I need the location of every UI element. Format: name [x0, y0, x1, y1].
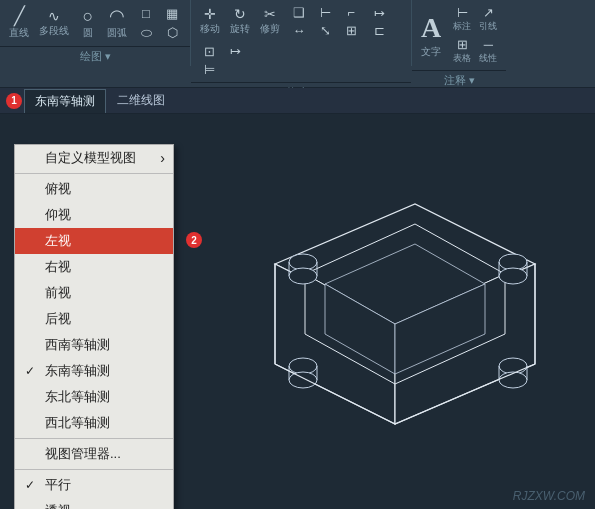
svg-point-20 — [289, 372, 317, 388]
arc-icon: ◠ — [109, 7, 125, 25]
extend-tool[interactable]: ↦ — [367, 5, 391, 22]
rotate-tool[interactable]: ↻ 旋转 — [227, 5, 253, 38]
dimension-tool[interactable]: ⊢ 标注 — [450, 4, 474, 34]
arc-tool[interactable]: ◠ 圆弧 — [104, 5, 130, 42]
svg-point-24 — [499, 372, 527, 388]
view-front[interactable]: 前视 — [15, 280, 173, 306]
move-icon: ✛ — [204, 7, 216, 21]
toolbar: ╱ 直线 ∿ 多段线 ○ 圆 ◠ 圆弧 □ ▦ — [0, 0, 595, 88]
main-area: 自定义模型视图 俯视 仰视 左视 右视 前视 后视 西南等轴测 东南等轴测 东北… — [0, 114, 595, 509]
view-se-iso[interactable]: 东南等轴测 — [15, 358, 173, 384]
view-back[interactable]: 后视 — [15, 306, 173, 332]
circle-tool[interactable]: ○ 圆 — [76, 5, 100, 42]
ellipse-tool[interactable]: ⬭ — [134, 24, 158, 42]
custom-view-item[interactable]: 自定义模型视图 — [15, 145, 173, 171]
annotation-section: A 文字 ⊢ 标注 ↗ 引线 — [412, 0, 506, 66]
view-ne-iso[interactable]: 东北等轴测 — [15, 384, 173, 410]
svg-point-12 — [289, 268, 317, 284]
rect-tool[interactable]: □ — [134, 5, 158, 22]
text-icon: A — [421, 12, 441, 44]
rotate-icon: ↻ — [234, 7, 246, 21]
badge-1: 1 — [6, 93, 22, 109]
tab-2d-view[interactable]: 二维线图 — [106, 88, 176, 113]
dimension-icon: ⊢ — [457, 5, 468, 20]
fillet-tool[interactable]: ⌐ — [339, 4, 363, 21]
scale-tool[interactable]: ⤡ — [313, 22, 337, 39]
move-tool[interactable]: ✛ 移动 — [197, 5, 223, 38]
watermark: RJZXW.COM — [513, 489, 585, 503]
view-sw-iso[interactable]: 西南等轴测 — [15, 332, 173, 358]
tab-3d-view[interactable]: 东南等轴测 — [24, 89, 106, 113]
offset-tool[interactable]: ⊏ — [367, 22, 391, 39]
badge-2: 2 — [186, 232, 202, 248]
isometric-drawing — [215, 134, 585, 494]
view-top[interactable]: 俯视 — [15, 176, 173, 202]
draw-dropdown-icon: ▾ — [105, 50, 111, 63]
text-tool[interactable]: A 文字 — [418, 10, 444, 61]
copy-sub2[interactable]: ↦ — [223, 43, 247, 60]
hatch-tool[interactable]: ▦ — [160, 5, 184, 22]
array-tool[interactable]: ⊞ — [339, 22, 363, 39]
view-left[interactable]: 左视 — [15, 228, 173, 254]
linetype-tool[interactable]: ─ 线性 — [476, 36, 500, 66]
annotation-dropdown-icon: ▾ — [469, 74, 475, 87]
table-icon: ⊞ — [457, 37, 468, 52]
trim-icon: ✂ — [264, 7, 276, 21]
linetype-icon: ─ — [484, 37, 493, 52]
view-right[interactable]: 右视 — [15, 254, 173, 280]
annotation-label[interactable]: 注释 ▾ — [412, 70, 506, 90]
mirror-tool[interactable]: ⊢ — [313, 4, 337, 21]
stretch-tool[interactable]: ↔ — [287, 22, 311, 39]
context-menu: 自定义模型视图 俯视 仰视 左视 右视 前视 后视 西南等轴测 东南等轴测 东北… — [14, 144, 174, 509]
leader-icon: ↗ — [483, 5, 494, 20]
view-bottom[interactable]: 仰视 — [15, 202, 173, 228]
leader-tool[interactable]: ↗ 引线 — [476, 4, 500, 34]
menu-separator-2 — [15, 438, 173, 439]
circle-icon: ○ — [83, 7, 94, 25]
view-parallel[interactable]: 平行 — [15, 472, 173, 498]
copy-sub1[interactable]: ⊡ — [197, 43, 221, 60]
line-tool[interactable]: ╱ 直线 — [6, 5, 32, 42]
trim-tool[interactable]: ✂ 修剪 — [257, 5, 283, 38]
view-manager[interactable]: 视图管理器... — [15, 441, 173, 467]
menu-separator-1 — [15, 173, 173, 174]
table-tool[interactable]: ⊞ 表格 — [450, 36, 474, 66]
copy-tool[interactable]: ❑ — [287, 4, 311, 21]
tabs-bar: 1 东南等轴测 二维线图 — [0, 88, 595, 114]
menu-separator-3 — [15, 469, 173, 470]
draw-section: ╱ 直线 ∿ 多段线 ○ 圆 ◠ 圆弧 □ ▦ — [0, 0, 191, 66]
line-icon: ╱ — [14, 7, 25, 25]
polyline-icon: ∿ — [48, 9, 60, 23]
modify-sub3[interactable]: ⊨ — [197, 61, 221, 78]
region-tool[interactable]: ⬡ — [160, 24, 184, 42]
svg-point-16 — [499, 268, 527, 284]
modify-section: ✛ 移动 ↻ 旋转 ✂ 修剪 ❑ ⊢ ⌐ — [191, 0, 412, 66]
view-nw-iso[interactable]: 西北等轴测 — [15, 410, 173, 436]
view-perspective[interactable]: 透视 — [15, 498, 173, 509]
draw-label[interactable]: 绘图 ▾ — [0, 46, 190, 66]
polyline-tool[interactable]: ∿ 多段线 — [36, 7, 72, 40]
